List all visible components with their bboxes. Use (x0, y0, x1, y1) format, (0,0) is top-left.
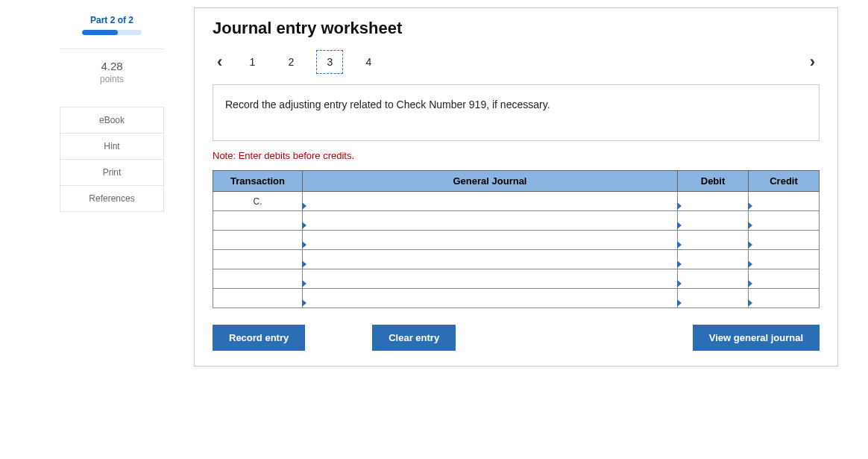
cell-debit[interactable] (678, 250, 749, 269)
cell-debit[interactable] (678, 211, 749, 231)
header-journal: General Journal (303, 171, 678, 192)
cell-credit[interactable] (749, 211, 820, 231)
table-row: C. (213, 192, 820, 211)
step-4[interactable]: 4 (355, 50, 382, 74)
progress-bar (82, 30, 142, 35)
table-row (213, 231, 820, 250)
cell-credit[interactable] (749, 269, 820, 289)
sidebar-link-hint[interactable]: Hint (60, 134, 163, 160)
instruction-box: Record the adjusting entry related to Ch… (213, 84, 820, 141)
sidebar-links: eBook Hint Print References (60, 107, 164, 212)
divider (60, 49, 164, 49)
cell-credit[interactable] (749, 231, 820, 250)
button-row: Record entry Clear entry View general jo… (213, 325, 820, 351)
cell-transaction (213, 211, 303, 231)
cell-transaction: C. (213, 192, 303, 211)
record-entry-button[interactable]: Record entry (213, 325, 305, 351)
cell-journal[interactable] (303, 211, 678, 231)
cell-debit[interactable] (678, 289, 749, 308)
cell-transaction (213, 250, 303, 269)
step-2[interactable]: 2 (277, 50, 304, 74)
view-journal-button[interactable]: View general journal (693, 325, 820, 351)
cell-journal[interactable] (303, 250, 678, 269)
cell-journal[interactable] (303, 192, 678, 211)
cell-journal[interactable] (303, 269, 678, 289)
cell-journal[interactable] (303, 289, 678, 308)
header-transaction: Transaction (213, 171, 303, 192)
part-label: Part 2 of 2 (60, 15, 164, 25)
journal-table-body: C. (213, 192, 820, 308)
page-title: Journal entry worksheet (213, 19, 820, 38)
clear-entry-button[interactable]: Clear entry (372, 325, 456, 351)
cell-transaction (213, 269, 303, 289)
header-credit: Credit (749, 171, 820, 192)
sidebar-link-ebook[interactable]: eBook (60, 107, 163, 134)
table-row (213, 250, 820, 269)
journal-table: Transaction General Journal Debit Credit… (213, 170, 820, 308)
sidebar-link-print[interactable]: Print (60, 160, 163, 186)
chevron-right-icon[interactable]: › (805, 52, 820, 72)
step-nav: ‹ 1 2 3 4 › (213, 50, 820, 74)
note-text: Note: Enter debits before credits. (213, 150, 820, 161)
table-row (213, 269, 820, 289)
chevron-left-icon[interactable]: ‹ (213, 52, 227, 72)
points-value: 4.28 (60, 60, 164, 72)
step-3[interactable]: 3 (316, 50, 343, 74)
cell-journal[interactable] (303, 231, 678, 250)
cell-credit[interactable] (749, 250, 820, 269)
sidebar: Part 2 of 2 4.28 points eBook Hint Print… (60, 7, 164, 366)
sidebar-link-references[interactable]: References (60, 186, 163, 211)
main-panel: Journal entry worksheet ‹ 1 2 3 4 › Reco… (194, 7, 838, 366)
cell-debit[interactable] (678, 192, 749, 211)
cell-transaction (213, 289, 303, 308)
table-row (213, 289, 820, 308)
cell-transaction (213, 231, 303, 250)
step-1[interactable]: 1 (239, 50, 265, 74)
header-debit: Debit (678, 171, 749, 192)
cell-debit[interactable] (678, 269, 749, 289)
points-label: points (60, 74, 164, 84)
instruction-text: Record the adjusting entry related to Ch… (225, 99, 550, 110)
cell-credit[interactable] (749, 192, 820, 211)
cell-debit[interactable] (678, 231, 749, 250)
table-row (213, 211, 820, 231)
cell-credit[interactable] (749, 289, 820, 308)
